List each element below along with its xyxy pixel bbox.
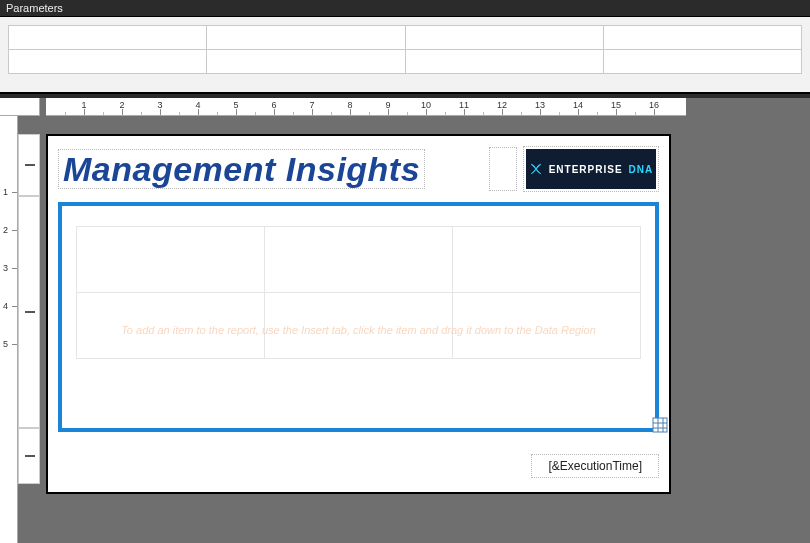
horizontal-ruler[interactable]: 12345678910111213141516 bbox=[46, 98, 686, 116]
ruler-v-label: 3 bbox=[3, 263, 8, 273]
execution-time-textbox[interactable]: [&ExecutionTime] bbox=[531, 454, 659, 478]
parameters-panel-title: Parameters bbox=[6, 2, 63, 14]
logo-image-cell[interactable]: ENTERPRISE DNA bbox=[523, 146, 659, 192]
tablix-cell[interactable] bbox=[453, 227, 641, 293]
ruler-v-label: 5 bbox=[3, 339, 8, 349]
ruler-v-label: 2 bbox=[3, 225, 8, 235]
dna-icon bbox=[529, 162, 543, 176]
design-canvas[interactable]: Management Insights ENTERPRISE DNA bbox=[46, 116, 671, 543]
param-cell[interactable] bbox=[405, 50, 603, 74]
grid-icon bbox=[652, 417, 668, 433]
ruler-h-label: 13 bbox=[535, 100, 545, 110]
ruler-v-label: 1 bbox=[3, 187, 8, 197]
ruler-h-label: 1 bbox=[81, 100, 86, 110]
tablix-region-selected[interactable]: To add an item to the report, use the In… bbox=[58, 202, 659, 432]
tablix-cell[interactable] bbox=[265, 227, 453, 293]
enterprise-dna-logo: ENTERPRISE DNA bbox=[526, 149, 656, 189]
tablix-grid[interactable] bbox=[76, 226, 641, 359]
tablix-resize-handle[interactable] bbox=[651, 416, 669, 434]
parameters-grid[interactable] bbox=[8, 25, 802, 74]
svg-rect-0 bbox=[653, 418, 667, 432]
execution-time-expression: [&ExecutionTime] bbox=[548, 459, 642, 473]
param-cell[interactable] bbox=[405, 26, 603, 50]
ruler-h-label: 6 bbox=[271, 100, 276, 110]
ruler-h-label: 14 bbox=[573, 100, 583, 110]
logo-brand: ENTERPRISE bbox=[549, 164, 623, 175]
report-title: Management Insights bbox=[63, 150, 420, 188]
param-cell[interactable] bbox=[603, 26, 801, 50]
page-footer-row: [&ExecutionTime] bbox=[58, 454, 659, 478]
ruler-h-label: 8 bbox=[347, 100, 352, 110]
ruler-h-label: 15 bbox=[611, 100, 621, 110]
ruler-h-label: 11 bbox=[459, 100, 469, 110]
row-handle[interactable] bbox=[18, 428, 40, 484]
param-cell[interactable] bbox=[9, 50, 207, 74]
param-cell[interactable] bbox=[207, 50, 405, 74]
row-handle[interactable] bbox=[18, 196, 40, 428]
report-page[interactable]: Management Insights ENTERPRISE DNA bbox=[46, 134, 671, 494]
ruler-h-label: 16 bbox=[649, 100, 659, 110]
param-cell[interactable] bbox=[603, 50, 801, 74]
empty-header-cell[interactable] bbox=[489, 147, 517, 191]
param-cell[interactable] bbox=[207, 26, 405, 50]
tablix-cell[interactable] bbox=[77, 227, 265, 293]
tablix-cell[interactable] bbox=[453, 293, 641, 359]
vertical-ruler[interactable]: 12345 bbox=[0, 116, 18, 543]
parameters-panel-body bbox=[0, 17, 810, 94]
page-header-row: Management Insights ENTERPRISE DNA bbox=[58, 146, 659, 192]
ruler-h-label: 3 bbox=[157, 100, 162, 110]
logo-accent: DNA bbox=[629, 164, 654, 175]
tablix-cell[interactable] bbox=[265, 293, 453, 359]
ruler-v-label: 4 bbox=[3, 301, 8, 311]
param-cell[interactable] bbox=[9, 26, 207, 50]
parameters-panel-header[interactable]: Parameters bbox=[0, 0, 810, 17]
report-title-textbox[interactable]: Management Insights bbox=[58, 149, 425, 189]
ruler-h-label: 2 bbox=[119, 100, 124, 110]
ruler-h-label: 10 bbox=[421, 100, 431, 110]
ruler-h-label: 9 bbox=[385, 100, 390, 110]
ruler-h-label: 4 bbox=[195, 100, 200, 110]
ruler-corner bbox=[0, 98, 40, 116]
row-handle[interactable] bbox=[18, 134, 40, 196]
tablix-cell[interactable] bbox=[77, 293, 265, 359]
ruler-h-label: 12 bbox=[497, 100, 507, 110]
ruler-h-label: 5 bbox=[233, 100, 238, 110]
ruler-h-label: 7 bbox=[309, 100, 314, 110]
